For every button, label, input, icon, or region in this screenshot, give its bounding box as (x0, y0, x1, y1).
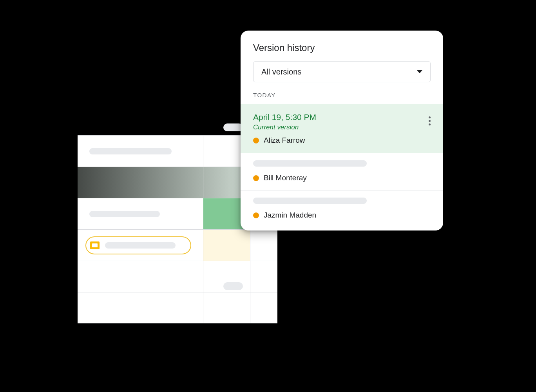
author-color-dot (253, 212, 259, 218)
version-author: Bill Monteray (253, 174, 431, 182)
more-options-button[interactable] (426, 114, 433, 128)
doc-row (78, 261, 277, 292)
cell (250, 230, 277, 261)
more-icon (429, 120, 431, 122)
more-icon (429, 116, 431, 118)
version-subtitle: Current version (253, 123, 431, 131)
placeholder-pill (223, 282, 243, 290)
author-name: Aliza Farrow (264, 136, 305, 145)
author-name: Bill Monteray (264, 174, 307, 182)
doc-row (78, 229, 277, 261)
author-color-dot (253, 175, 259, 181)
placeholder-text (105, 242, 176, 249)
version-entry[interactable]: Jazmin Madden (241, 191, 443, 227)
placeholder-timestamp (253, 160, 367, 167)
cell (250, 261, 277, 292)
section-header-today: TODAY (241, 92, 443, 104)
version-entry-current[interactable]: April 19, 5:30 PM Current version Aliza … (241, 104, 443, 153)
cell (250, 292, 277, 323)
dropdown-label: All versions (261, 67, 301, 76)
versions-filter-dropdown[interactable]: All versions (253, 61, 431, 82)
placeholder-timestamp (253, 198, 367, 204)
author-name: Jazmin Madden (264, 211, 316, 220)
version-author: Jazmin Madden (253, 211, 431, 220)
cell-yellow (203, 230, 250, 261)
slides-icon (90, 241, 100, 249)
placeholder-text (89, 148, 172, 154)
placeholder-text (89, 211, 160, 217)
doc-row (78, 292, 277, 323)
slides-chip[interactable] (85, 236, 191, 254)
version-timestamp: April 19, 5:30 PM (253, 113, 431, 122)
version-entry[interactable]: Bill Monteray (241, 153, 443, 191)
author-color-dot (253, 138, 259, 143)
version-author: Aliza Farrow (253, 136, 431, 145)
placeholder-pill (223, 123, 243, 131)
version-history-panel: Version history All versions TODAY April… (241, 31, 443, 230)
more-icon (429, 123, 431, 125)
panel-title: Version history (241, 31, 443, 61)
chevron-down-icon (417, 70, 422, 73)
cell (203, 292, 250, 323)
